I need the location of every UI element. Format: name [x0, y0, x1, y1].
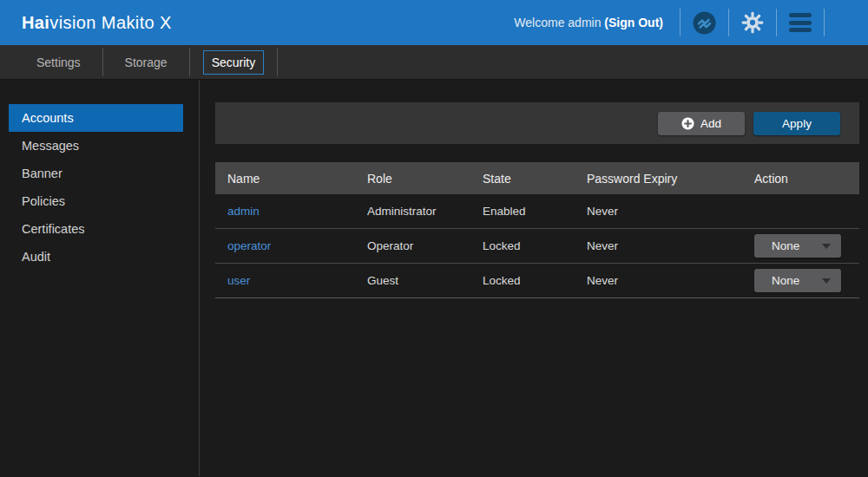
app-logo: Haivision Makito X: [22, 13, 172, 33]
account-link-user[interactable]: user: [227, 274, 250, 287]
column-header-role: Role: [367, 172, 483, 186]
plus-circle-icon: [681, 117, 694, 130]
haivision-wave-icon[interactable]: [693, 11, 716, 35]
page-body: Accounts Messages Banner Policies Certif…: [0, 80, 868, 476]
role-cell: Administrator: [367, 205, 483, 218]
sidebar-item-audit[interactable]: Audit: [9, 243, 183, 271]
add-button-label: Add: [700, 117, 721, 130]
action-cell: None: [754, 234, 859, 258]
state-cell: Locked: [483, 274, 587, 287]
accounts-content: Add Apply Name Role State Password Expir…: [200, 80, 868, 476]
tab-divider: [102, 48, 103, 76]
action-dropdown-value: None: [772, 239, 799, 252]
sidebar-item-messages[interactable]: Messages: [9, 132, 183, 160]
role-cell: Guest: [367, 274, 483, 287]
chevron-down-icon: [822, 244, 831, 249]
security-sidebar: Accounts Messages Banner Policies Certif…: [0, 80, 200, 476]
column-header-password-expiry: Password Expiry: [587, 172, 754, 186]
state-cell: Enabled: [483, 205, 587, 218]
accounts-table: Name Role State Password Expiry Action a…: [215, 162, 859, 298]
sidebar-item-accounts[interactable]: Accounts: [9, 104, 183, 132]
main-tab-bar: Settings Storage Security: [0, 45, 868, 80]
sign-out-link[interactable]: (Sign Out): [604, 16, 663, 29]
tab-settings[interactable]: Settings: [28, 50, 89, 75]
welcome-text: Welcome admin (Sign Out): [514, 16, 663, 29]
logo-brand-bold: Hai: [22, 13, 49, 32]
password-expiry-cell: Never: [587, 239, 754, 252]
sidebar-item-banner[interactable]: Banner: [9, 160, 183, 187]
column-header-action: Action: [754, 172, 859, 186]
tab-security[interactable]: Security: [203, 50, 265, 75]
action-cell: None: [754, 269, 859, 292]
topbar-divider: [776, 9, 777, 36]
table-header-row: Name Role State Password Expiry Action: [215, 162, 859, 194]
table-row: user Guest Locked Never None: [215, 264, 859, 298]
topbar-right-group: Welcome admin (Sign Out): [514, 0, 868, 45]
account-link-admin[interactable]: admin: [227, 205, 260, 218]
column-header-name: Name: [215, 172, 367, 186]
tab-storage[interactable]: Storage: [116, 50, 176, 75]
menu-icon[interactable]: [789, 13, 812, 32]
welcome-user-label: Welcome admin: [514, 16, 601, 29]
action-dropdown[interactable]: None: [754, 269, 841, 292]
account-link-operator[interactable]: operator: [227, 239, 271, 252]
action-dropdown[interactable]: None: [754, 234, 841, 258]
hamburger-lines: [789, 13, 812, 32]
tab-divider: [277, 48, 278, 76]
chevron-down-icon: [822, 278, 831, 284]
topbar-divider: [824, 9, 825, 36]
sidebar-item-certificates[interactable]: Certificates: [9, 215, 183, 243]
apply-button-label: Apply: [782, 117, 812, 130]
gear-icon[interactable]: [741, 11, 764, 34]
table-row: admin Administrator Enabled Never: [215, 194, 859, 229]
logo-product-name: vision Makito X: [49, 13, 172, 32]
accounts-toolbar: Add Apply: [215, 102, 859, 144]
apply-button[interactable]: Apply: [753, 112, 840, 135]
topbar-divider: [728, 9, 729, 36]
tab-divider: [189, 48, 190, 76]
column-header-state: State: [483, 172, 587, 186]
top-header-bar: Haivision Makito X Welcome admin (Sign O…: [0, 0, 868, 45]
password-expiry-cell: Never: [587, 274, 754, 287]
sidebar-item-policies[interactable]: Policies: [9, 187, 183, 215]
state-cell: Locked: [483, 239, 587, 252]
role-cell: Operator: [367, 239, 483, 252]
action-dropdown-value: None: [772, 274, 799, 287]
topbar-divider: [680, 9, 681, 36]
table-row: operator Operator Locked Never None: [215, 229, 859, 264]
password-expiry-cell: Never: [587, 205, 754, 218]
add-button[interactable]: Add: [658, 112, 745, 135]
